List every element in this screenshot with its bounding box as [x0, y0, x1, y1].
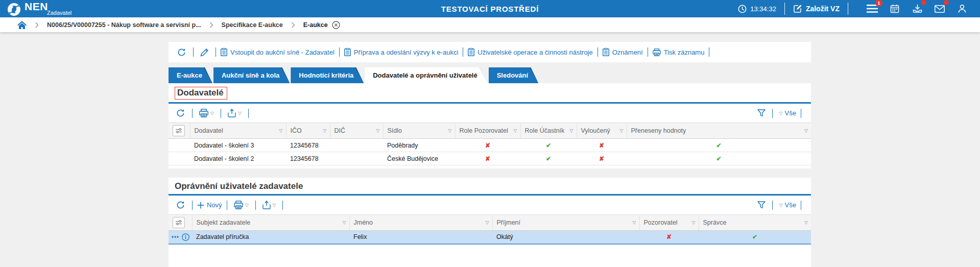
- chevron-right-icon: [209, 22, 213, 28]
- filter-caret-icon[interactable]: ▽: [620, 128, 624, 133]
- grid-settings-button[interactable]: [173, 217, 185, 228]
- row-detail-button[interactable]: [182, 233, 189, 241]
- show-all-link[interactable]: Vše: [785, 201, 796, 209]
- dropdown-caret-icon[interactable]: ▽: [779, 111, 783, 116]
- check-icon: ✔: [524, 155, 572, 162]
- cross-icon: ✘: [581, 142, 623, 149]
- tab-e-aukce[interactable]: E-aukce: [169, 67, 212, 83]
- print-button[interactable]: ▽: [232, 201, 251, 209]
- divider: [216, 47, 216, 57]
- breadcrumb-item-specification[interactable]: Specifikace E-aukce: [222, 21, 283, 29]
- tab-hodnotici-kriteria[interactable]: Hodnotící kritéria: [291, 67, 364, 83]
- calendar-button[interactable]: [888, 2, 901, 15]
- print-button[interactable]: ▽: [197, 109, 216, 117]
- supplier-row[interactable]: Dodavatel - školení 212345678České Buděj…: [169, 152, 811, 165]
- prepare-send-invite-link[interactable]: Příprava a odeslání výzvy k e-aukci: [344, 48, 458, 56]
- tab-bar: E-aukce Aukční síně a kola Hodnotící kri…: [169, 67, 539, 83]
- column-header-dic[interactable]: DIČ▽: [330, 123, 383, 139]
- user-operations-link[interactable]: Uživatelské operace a činnosti nástroje: [468, 48, 592, 56]
- document-icon: [603, 48, 609, 56]
- printer-icon: [653, 48, 661, 56]
- server-time: 13:34:32: [738, 5, 776, 13]
- table-cell: [330, 139, 383, 152]
- enter-auction-room-link[interactable]: Vstoupit do aukční síně - Zadavatel: [221, 48, 334, 56]
- close-circle-icon: [332, 21, 340, 29]
- downloads-button[interactable]: [911, 2, 924, 15]
- breadcrumb-item-eaukce[interactable]: E-aukce: [303, 21, 328, 29]
- tab-aukcni-sine-a-kola[interactable]: Aukční síně a kola: [213, 67, 290, 83]
- export-button[interactable]: ▽: [226, 109, 244, 117]
- new-user-button[interactable]: Nový: [197, 201, 222, 209]
- row-menu-button[interactable]: [172, 236, 179, 238]
- filter-caret-icon[interactable]: ▽: [279, 128, 283, 133]
- filter-caret-icon[interactable]: ▽: [804, 220, 808, 225]
- check-icon: ✔: [703, 233, 807, 240]
- notifications-link[interactable]: Oznámení: [603, 48, 643, 56]
- divider: [709, 47, 709, 57]
- tab-sledovani[interactable]: Sledování: [489, 67, 538, 83]
- dropdown-caret-icon[interactable]: ▽: [779, 203, 783, 208]
- column-header-prijmeni[interactable]: Příjmení▽: [492, 215, 639, 231]
- home-button[interactable]: [17, 21, 27, 29]
- printer-icon: [199, 109, 208, 117]
- show-all-link[interactable]: Vše: [785, 109, 796, 117]
- user-row[interactable]: Zadavatel příručkaFelixOkátý✘✔: [169, 231, 811, 244]
- breadcrumb-item-procurement[interactable]: N006/25/V00007255 - Nákup software a ser…: [47, 21, 201, 29]
- messages-button[interactable]: [933, 2, 946, 15]
- profile-button[interactable]: [955, 2, 969, 15]
- column-header-vylouceny[interactable]: Vyloučený▽: [577, 123, 627, 139]
- column-header-role-pozorovatel[interactable]: Role Pozorovatel▽: [455, 123, 520, 139]
- close-tab-button[interactable]: [332, 21, 340, 29]
- column-header-subjekt-zadavatele[interactable]: Subjekt zadavatele▽: [192, 215, 349, 231]
- divider: [463, 47, 463, 57]
- nen-logo[interactable]: NEN Zadavatel: [0, 1, 71, 16]
- filter-caret-icon[interactable]: ▽: [486, 220, 489, 225]
- create-vz-button[interactable]: Založit VZ: [793, 4, 840, 13]
- check-icon: ✔: [524, 142, 572, 149]
- content-area: Vstoupit do aukční síně - Zadavatel Příp…: [0, 32, 980, 267]
- column-header-role-ucastnik[interactable]: Role Účastník▽: [520, 123, 577, 139]
- column-header-sidlo[interactable]: Sídlo▽: [383, 123, 455, 139]
- time-label: 13:34:32: [750, 5, 776, 13]
- table-cell: Poděbrady: [383, 139, 455, 152]
- menu-button[interactable]: 1: [866, 2, 879, 15]
- filter-caret-icon[interactable]: ▽: [570, 128, 573, 133]
- filter-caret-icon[interactable]: ▽: [323, 128, 327, 133]
- refresh-icon: [176, 200, 185, 210]
- export-button[interactable]: ▽: [260, 201, 278, 209]
- column-header-jmeno[interactable]: Jméno▽: [349, 215, 492, 231]
- filter-caret-icon[interactable]: ▽: [514, 128, 517, 133]
- filter-button[interactable]: [755, 201, 768, 209]
- column-header-pozorovatel[interactable]: Pozorovatel▽: [639, 215, 699, 231]
- divider: [772, 201, 773, 210]
- divider: [221, 109, 221, 118]
- column-header-spravce[interactable]: Správce▽: [699, 215, 811, 231]
- breadcrumb: N006/25/V00007255 - Nákup software a ser…: [0, 17, 980, 32]
- export-icon: [228, 109, 236, 117]
- refresh-button[interactable]: [174, 108, 187, 118]
- supplier-row[interactable]: Dodavatel - školení 312345678Poděbrady✘✔…: [169, 139, 811, 152]
- table-cell: Dodavatel - školení 3: [190, 139, 286, 152]
- filter-caret-icon[interactable]: ▽: [633, 220, 636, 225]
- chevron-right-icon: [35, 22, 39, 28]
- print-record-link[interactable]: Tisk záznamu: [653, 48, 705, 56]
- filter-caret-icon[interactable]: ▽: [804, 128, 808, 133]
- refresh-button[interactable]: [175, 47, 188, 57]
- column-header-preneseny-hodnoty[interactable]: Přeneseny hodnoty▽: [627, 123, 811, 139]
- filter-button[interactable]: [755, 109, 768, 117]
- column-header-ico[interactable]: IČO▽: [286, 123, 330, 139]
- app-header: NEN Zadavatel TESTOVACÍ PROSTŘEDÍ 13:34:…: [0, 0, 980, 17]
- tab-dodavatele-a-opravneni-uzivatele[interactable]: Dodavatelé a oprávnění uživatelé: [365, 67, 487, 83]
- refresh-button[interactable]: [174, 200, 187, 210]
- messages-notification-dot: [944, 0, 949, 5]
- column-header-dodavatel[interactable]: Dodavatel▽: [190, 123, 286, 139]
- filter-caret-icon[interactable]: ▽: [692, 220, 696, 225]
- users-header-row: Subjekt zadavatele▽ Jméno▽ Příjmení▽ Poz…: [169, 215, 811, 231]
- edit-button[interactable]: [198, 48, 211, 57]
- funnel-icon: [757, 109, 766, 117]
- filter-caret-icon[interactable]: ▽: [343, 220, 346, 225]
- filter-caret-icon[interactable]: ▽: [448, 128, 452, 133]
- filter-caret-icon[interactable]: ▽: [376, 128, 380, 133]
- tune-icon: [175, 220, 182, 226]
- grid-settings-button[interactable]: [173, 125, 185, 136]
